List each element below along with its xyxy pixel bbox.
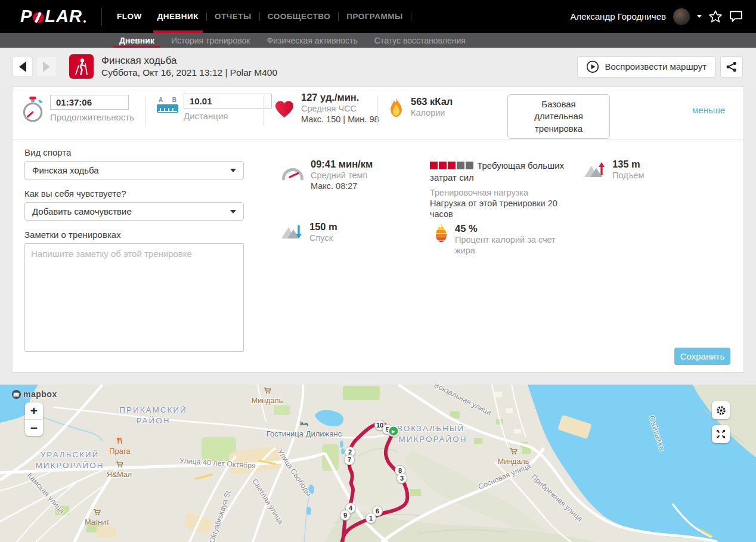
messages-icon[interactable] <box>729 10 743 23</box>
route-km-marker[interactable]: 9 <box>340 510 351 521</box>
subnav-diary[interactable]: Дневник <box>111 33 163 48</box>
chevron-down-icon <box>230 169 236 172</box>
share-icon <box>726 61 738 73</box>
nav-item-flow[interactable]: FLOW <box>109 0 150 33</box>
training-load-block: Требующая больших затрат сил Тренировочн… <box>430 160 568 219</box>
calories-label: Калории <box>411 107 453 118</box>
notes-textarea[interactable] <box>24 243 244 352</box>
sport-select[interactable]: Финская ходьба <box>24 161 244 179</box>
feeling-select[interactable]: Добавить самочувствие <box>24 202 244 221</box>
polar-logo[interactable]: PLAR <box>20 7 86 26</box>
diary-sub-navigation: Дневник История тренировок Физическая ак… <box>0 33 756 48</box>
play-icon <box>586 60 599 73</box>
route-km-marker[interactable]: 3 <box>396 473 407 484</box>
ascent-mountain-icon <box>584 161 606 178</box>
mapbox-logo[interactable]: mmapbox <box>12 389 57 399</box>
distance-label: Дистанция <box>184 111 272 121</box>
max-pace: Макс. 08:27 <box>311 181 373 191</box>
route-point-b: B <box>172 97 176 103</box>
route-km-marker[interactable]: 1 <box>365 513 376 524</box>
fullscreen-icon <box>716 429 726 439</box>
route-point-a: A <box>159 97 163 103</box>
avg-pace-value: 09:41 мин/км <box>311 159 373 170</box>
calories-flame-icon <box>388 97 404 118</box>
descent-label: Спуск <box>309 233 337 243</box>
descent-mountain-icon <box>281 222 303 240</box>
zoom-in-button[interactable]: + <box>25 402 43 419</box>
replay-route-button[interactable]: Воспроизвести маршрут <box>577 56 715 78</box>
avatar[interactable] <box>673 8 690 25</box>
descent-block: 150 m Спуск <box>281 221 337 243</box>
user-name[interactable]: Александр Городничев <box>570 11 666 21</box>
top-navigation: PLAR FLOW ДНЕВНИК ОТЧЕТЫ СООБЩЕСТВО ПРОГ… <box>0 0 756 33</box>
training-load-meter-icon <box>430 160 475 171</box>
session-header: Финская ходьба Суббота, Окт 16, 2021 13:… <box>0 48 756 85</box>
subnav-recovery-status[interactable]: Статус восстановления <box>366 33 474 48</box>
route-map[interactable]: МиндальПРИКАМСКИЙРАЙОНПрагаГостиница Дил… <box>0 385 756 542</box>
previous-session-button[interactable] <box>13 57 32 76</box>
subnav-activity[interactable]: Физическая активность <box>258 33 365 48</box>
nav-item-diary[interactable]: ДНЕВНИК <box>150 0 206 33</box>
training-benefit-button[interactable]: Базовая длительная тренировка <box>507 94 610 139</box>
favorites-star-icon[interactable] <box>709 10 722 23</box>
sport-select-label: Вид спорта <box>24 147 71 157</box>
notes-label: Заметки о тренировках <box>24 230 121 240</box>
distance-ruler-icon <box>157 104 178 113</box>
ascent-block: 135 m Подъем <box>584 159 644 181</box>
fat-burn-flame-icon <box>433 223 449 243</box>
zoom-out-button[interactable]: − <box>25 419 43 436</box>
ascent-value: 135 m <box>612 159 644 170</box>
nav-item-reports[interactable]: ОТЧЕТЫ <box>207 0 259 33</box>
map-zoom-panel: + − <box>25 402 43 436</box>
training-load-recovery: Нагрузка от этой тренировки 20 часов <box>430 198 568 219</box>
arrow-right-icon <box>43 61 50 72</box>
share-button[interactable] <box>720 56 743 78</box>
nav-item-programs[interactable]: ПРОГРАММЫ <box>339 0 410 33</box>
page-title: Финская ходьба <box>101 54 277 67</box>
ascent-label: Подъем <box>612 170 644 181</box>
distance-input[interactable] <box>184 94 272 109</box>
descent-value: 150 m <box>309 221 337 233</box>
save-button[interactable]: Сохранить <box>674 348 730 365</box>
training-load-label: Тренировочная нагрузка <box>430 187 568 198</box>
route-km-marker[interactable]: 7 <box>344 454 355 465</box>
training-summary-card: Продолжительность A B Дистанция <box>12 86 744 373</box>
nav-item-community[interactable]: СООБЩЕСТВО <box>260 0 338 33</box>
calories-value: 563 кКал <box>411 96 453 107</box>
fat-percent-label: Процент калорий за счет жира <box>455 234 574 256</box>
map-settings-button[interactable] <box>712 401 730 419</box>
polar-logo-o <box>33 12 44 23</box>
heart-icon <box>274 100 295 119</box>
sport-icon <box>69 54 94 79</box>
chevron-down-icon <box>230 210 236 213</box>
show-less-link[interactable]: меньше <box>692 105 725 115</box>
subnav-training-history[interactable]: История тренировок <box>163 33 258 48</box>
duration-label: Продолжительность <box>50 112 134 122</box>
fat-percent-value: 45 % <box>455 223 574 234</box>
map-canvas <box>0 385 756 542</box>
divider <box>101 8 102 26</box>
map-fullscreen-button[interactable] <box>712 425 730 443</box>
pace-gauge-icon <box>281 165 305 181</box>
chevron-down-icon[interactable] <box>697 15 702 18</box>
session-datetime: Суббота, Окт 16, 2021 13:12 | Polar M400 <box>101 67 277 79</box>
feeling-select-label: Как вы себя чувствуете? <box>24 188 126 199</box>
summary-stats-row: Продолжительность A B Дистанция <box>13 87 743 140</box>
avg-pace-block: 09:41 мин/км Средний темп Макс. 08:27 <box>281 159 373 191</box>
duration-input[interactable] <box>50 95 129 110</box>
gear-icon <box>716 405 726 416</box>
arrow-left-icon <box>19 61 26 72</box>
route-start-marker[interactable]: ▶ <box>388 426 399 437</box>
avg-pace-label: Средний темп <box>311 170 373 181</box>
stopwatch-icon <box>21 96 45 123</box>
fat-burn-block: 45 % Процент калорий за счет жира <box>433 223 574 256</box>
next-session-button[interactable] <box>37 57 56 76</box>
